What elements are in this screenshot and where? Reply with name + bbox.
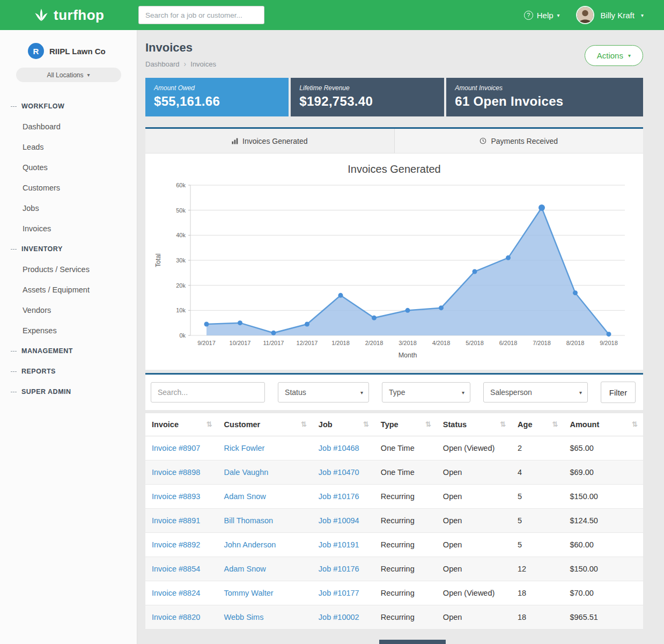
sidebar-item-assets-equipment[interactable]: Assets / Equipment	[0, 280, 137, 300]
sidebar-section-label: INVENTORY	[21, 245, 63, 253]
help-label: Help	[537, 11, 554, 20]
column-header-customer[interactable]: Customer⇅	[218, 413, 312, 436]
cell-type: One Time	[374, 460, 437, 485]
sidebar-item-products-services[interactable]: Products / Services	[0, 259, 137, 280]
invoice-link[interactable]: Invoice #8893	[152, 492, 200, 501]
job-link[interactable]: Job #10176	[319, 492, 359, 501]
invoice-link[interactable]: Invoice #8907	[152, 444, 200, 452]
filter-row: Status▾Type▾Salesperson▾ Filter	[151, 382, 638, 403]
sidebar-item-vendors[interactable]: Vendors	[0, 300, 137, 320]
sidebar-section-super-admin[interactable]: SUPER ADMIN	[0, 382, 137, 402]
tab-invoices-generated[interactable]: Invoices Generated	[145, 129, 395, 153]
sidebar: R RIIPL Lawn Co All Locations ▾ WORKFLOW…	[0, 30, 137, 644]
customer-link[interactable]: Webb Sims	[224, 613, 264, 621]
company-name: RIIPL Lawn Co	[49, 47, 106, 56]
invoice-link[interactable]: Invoice #8854	[152, 565, 200, 573]
cell-status: Open	[437, 460, 511, 485]
customer-link[interactable]: John Anderson	[224, 540, 276, 549]
cell-amount: $150.00	[563, 557, 643, 581]
filter-button[interactable]: Filter	[601, 382, 636, 403]
type-select[interactable]: Type▾	[382, 382, 470, 402]
sidebar-section-workflow[interactable]: WORKFLOW	[0, 96, 137, 116]
cell-customer: Adam Snow	[218, 485, 312, 509]
breadcrumb-invoices[interactable]: Invoices	[190, 60, 216, 68]
pagination-bar-partial[interactable]	[379, 640, 446, 644]
invoice-link[interactable]: Invoice #8824	[152, 589, 200, 597]
column-header-invoice[interactable]: Invoice⇅	[145, 413, 218, 436]
actions-button[interactable]: Actions ▾	[585, 45, 643, 66]
locations-dropdown[interactable]: All Locations ▾	[16, 68, 121, 82]
svg-text:9/2018: 9/2018	[600, 340, 618, 346]
svg-text:7/2018: 7/2018	[533, 340, 551, 346]
sidebar-item-dashboard[interactable]: Dashboard	[0, 116, 137, 137]
customer-link[interactable]: Bill Thomason	[224, 516, 274, 525]
cell-age: 18	[511, 605, 563, 630]
job-link[interactable]: Job #10470	[319, 468, 359, 477]
job-link[interactable]: Job #10176	[319, 565, 359, 573]
column-header-age[interactable]: Age⇅	[511, 413, 563, 436]
job-link[interactable]: Job #10191	[319, 540, 359, 549]
column-header-status[interactable]: Status⇅	[437, 413, 511, 436]
cell-invoice: Invoice #8892	[145, 533, 218, 557]
svg-text:6/2018: 6/2018	[499, 340, 518, 346]
job-link[interactable]: Job #10468	[319, 444, 359, 452]
svg-text:3/2018: 3/2018	[399, 340, 417, 346]
invoice-link[interactable]: Invoice #8820	[152, 613, 200, 621]
sidebar-section-management[interactable]: MANAGEMENT	[0, 341, 137, 361]
topbar: turfhop ? Help ▾ Billy Kraft ▾	[0, 0, 664, 30]
customer-link[interactable]: Adam Snow	[224, 492, 266, 501]
sidebar-item-customers[interactable]: Customers	[0, 178, 137, 198]
tab-payments-received[interactable]: Payments Received	[395, 129, 644, 153]
job-link[interactable]: Job #10094	[319, 516, 359, 525]
job-link[interactable]: Job #10002	[319, 613, 359, 621]
help-menu[interactable]: ? Help ▾	[524, 11, 560, 20]
salesperson-select[interactable]: Salesperson▾	[483, 382, 588, 402]
sort-icon: ⇅	[552, 420, 558, 428]
breadcrumb-dashboard[interactable]: Dashboard	[145, 60, 180, 68]
sidebar-section-inventory[interactable]: INVENTORY	[0, 239, 137, 259]
company-badge: R	[28, 43, 44, 59]
user-menu[interactable]: Billy Kraft ▾	[576, 6, 644, 24]
column-label: Customer	[224, 420, 261, 429]
status-select[interactable]: Status▾	[278, 382, 369, 402]
invoice-link[interactable]: Invoice #8892	[152, 540, 200, 549]
cell-type: Recurring	[374, 485, 437, 509]
sidebar-item-quotes[interactable]: Quotes	[0, 157, 137, 178]
cell-customer: Rick Fowler	[218, 436, 312, 460]
cell-amount: $150.00	[563, 485, 643, 509]
column-header-job[interactable]: Job⇅	[312, 413, 374, 436]
column-header-amount[interactable]: Amount⇅	[563, 413, 643, 436]
cell-amount: $60.00	[563, 533, 643, 557]
column-header-type[interactable]: Type⇅	[374, 413, 437, 436]
customer-link[interactable]: Rick Fowler	[224, 444, 265, 452]
customer-link[interactable]: Dale Vaughn	[224, 468, 269, 477]
chevron-down-icon: ▾	[87, 72, 90, 78]
table-search-input[interactable]	[151, 382, 265, 402]
table-header-row: Invoice⇅Customer⇅Job⇅Type⇅Status⇅Age⇅Amo…	[145, 413, 643, 436]
invoice-link[interactable]: Invoice #8898	[152, 468, 200, 477]
stat-card-amount-invoices: Amount Invoices61 Open Invoices	[446, 78, 643, 116]
svg-text:Month: Month	[399, 352, 417, 359]
sidebar-item-invoices[interactable]: Invoices	[0, 218, 137, 239]
cell-invoice: Invoice #8891	[145, 509, 218, 533]
cell-age: 4	[511, 460, 563, 485]
sort-icon: ⇅	[632, 420, 638, 428]
customer-link[interactable]: Adam Snow	[224, 565, 266, 573]
turfhop-logo[interactable]: turfhop	[0, 7, 137, 24]
select-value: Type	[389, 388, 405, 397]
customer-link[interactable]: Tommy Walter	[224, 589, 274, 597]
sort-icon: ⇅	[425, 420, 431, 428]
job-link[interactable]: Job #10177	[319, 589, 359, 597]
sidebar-item-expenses[interactable]: Expenses	[0, 320, 137, 341]
svg-text:20k: 20k	[176, 282, 186, 289]
select-value: Salesperson	[490, 388, 532, 397]
global-search-input[interactable]	[138, 6, 264, 24]
sidebar-item-leads[interactable]: Leads	[0, 137, 137, 157]
sidebar-section-reports[interactable]: REPORTS	[0, 361, 137, 382]
invoice-link[interactable]: Invoice #8891	[152, 516, 200, 525]
sidebar-section-label: MANAGEMENT	[21, 347, 73, 355]
cell-status: Open	[437, 485, 511, 509]
dash-icon	[11, 351, 17, 352]
sidebar-item-jobs[interactable]: Jobs	[0, 198, 137, 218]
cell-type: Recurring	[374, 509, 437, 533]
